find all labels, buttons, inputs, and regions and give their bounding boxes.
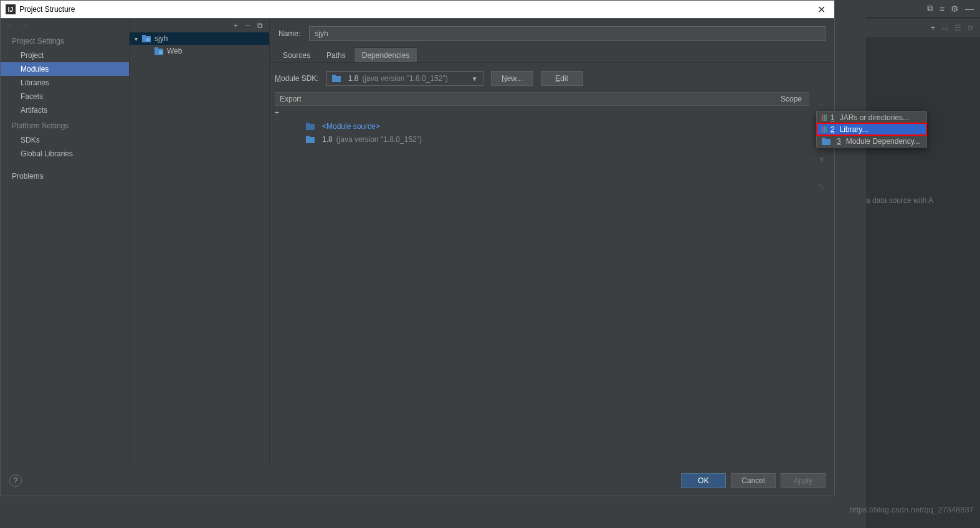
dialog-title: Project Structure	[19, 5, 814, 14]
dialog-footer: ? OK Cancel Apply	[1, 466, 834, 496]
help-button[interactable]: ?	[9, 474, 22, 487]
module-tree-panel: + − ⧉ ▾ sjyh Web	[130, 19, 270, 496]
ide-sub-toolbar: + ▭ ☰ ⟳	[866, 19, 980, 37]
svg-rect-4	[155, 47, 158, 50]
chevron-down-icon: ▼	[472, 75, 478, 82]
stack-icon[interactable]: ▭	[941, 24, 948, 32]
edit-sdk-button[interactable]: Edit	[541, 71, 583, 86]
svg-rect-2	[146, 38, 150, 41]
close-icon[interactable]: ✕	[814, 4, 829, 16]
move-down-icon[interactable]: ▼	[818, 155, 825, 164]
svg-point-5	[159, 50, 163, 54]
refresh-icon[interactable]: ⟳	[968, 24, 974, 32]
nav-forward-icon: →	[21, 21, 29, 31]
section-platform-settings: Platform Settings	[1, 117, 129, 133]
cancel-button[interactable]: Cancel	[731, 473, 776, 488]
projector-icon[interactable]: ⧉	[927, 3, 933, 14]
edit-dep-icon[interactable]: ✎	[818, 182, 825, 191]
nav-facets[interactable]: Facets	[1, 90, 129, 103]
svg-rect-9	[306, 123, 310, 125]
module-folder-icon	[142, 35, 151, 42]
tab-sources[interactable]: Sources	[275, 47, 318, 62]
nav-project[interactable]: Project	[1, 49, 129, 62]
dep-jdk[interactable]: 1.8 (java version "1.8.0_152")	[275, 133, 809, 146]
menu-icon[interactable]: ≡	[940, 4, 944, 14]
watermark-text: https://blog.csdn.net/qq_27348837	[850, 505, 974, 514]
popup-library[interactable]: 2 Library...	[817, 123, 926, 135]
dep-module-source[interactable]: <Module source>	[275, 120, 809, 133]
deps-table-header: Export Scope	[275, 92, 809, 106]
nav-artifacts[interactable]: Artifacts	[1, 103, 129, 117]
chevron-down-icon[interactable]: ▾	[135, 35, 142, 42]
tree-node-root[interactable]: ▾ sjyh	[130, 32, 269, 45]
tree-node-web[interactable]: Web	[130, 45, 269, 57]
deps-table[interactable]: <Module source> 1.8 (java version "1.8.0…	[275, 120, 809, 466]
nav-sdks[interactable]: SDKs	[1, 133, 129, 147]
project-structure-dialog: IJ Project Structure ✕ ← → Project Setti…	[0, 0, 835, 496]
ide-top-toolbar: ⧉ ≡ ⚙ —	[866, 0, 980, 17]
module-sdk-label: Module SDK:	[275, 74, 319, 83]
add-dependency-icon[interactable]: +	[275, 106, 809, 120]
jdk-folder-icon	[332, 75, 341, 82]
tree-node-label: sjyh	[155, 34, 168, 43]
svg-rect-7	[332, 75, 336, 77]
ide-background: ⧉ ≡ ⚙ — + ▭ ☰ ⟳ a data source with A	[866, 0, 980, 528]
remove-dep-icon[interactable]: −	[818, 100, 825, 109]
module-tabs: Sources Paths Dependencies	[270, 47, 834, 63]
tree-node-label: Web	[167, 47, 182, 55]
columns-icon[interactable]: ☰	[954, 24, 961, 32]
popup-jars[interactable]: 1 JARs or directories...	[817, 111, 926, 123]
name-label: Name:	[278, 29, 300, 38]
copy-module-icon[interactable]: ⧉	[257, 21, 263, 30]
empty-hint-text: a data source with A	[866, 196, 980, 205]
module-name-input[interactable]	[309, 26, 825, 41]
library-icon	[822, 126, 827, 133]
svg-rect-13	[822, 138, 825, 140]
module-editor: Name: Sources Paths Dependencies Module …	[270, 19, 834, 496]
nav-libraries[interactable]: Libraries	[1, 76, 129, 90]
dialog-titlebar: IJ Project Structure ✕	[1, 1, 834, 19]
add-dependency-popup: 1 JARs or directories... 2 Library... 3 …	[816, 111, 927, 148]
module-folder-icon	[822, 138, 829, 145]
nav-problems[interactable]: Problems	[1, 169, 129, 183]
web-folder-icon	[155, 47, 163, 55]
add-module-icon[interactable]: +	[234, 21, 238, 30]
tab-dependencies[interactable]: Dependencies	[354, 47, 418, 62]
module-sdk-combo[interactable]: 1.8 (java version "1.8.0_152") ▼	[326, 71, 483, 86]
section-project-settings: Project Settings	[1, 32, 129, 49]
svg-rect-11	[306, 136, 310, 138]
new-sdk-button[interactable]: New...	[491, 71, 533, 86]
library-icon	[822, 115, 827, 121]
jdk-folder-icon	[306, 136, 315, 143]
nav-global-libraries[interactable]: Global Libraries	[1, 147, 129, 161]
svg-rect-1	[142, 35, 146, 37]
nav-back-icon: ←	[6, 21, 14, 31]
gear-icon[interactable]: ⚙	[951, 4, 959, 14]
minimize-toolwindow-icon[interactable]: —	[965, 4, 974, 14]
tab-paths[interactable]: Paths	[318, 47, 354, 62]
column-export: Export	[275, 95, 766, 103]
settings-sidebar: ← → Project Settings Project Modules Lib…	[1, 19, 130, 496]
column-scope: Scope	[766, 95, 809, 103]
apply-button[interactable]: Apply	[781, 473, 825, 488]
add-icon[interactable]: +	[931, 24, 935, 32]
remove-module-icon[interactable]: −	[245, 21, 250, 30]
intellij-icon: IJ	[6, 4, 16, 14]
ok-button[interactable]: OK	[681, 473, 726, 488]
nav-modules[interactable]: Modules	[1, 62, 129, 76]
popup-module-dep[interactable]: 3 Module Dependency...	[817, 135, 926, 147]
source-folder-icon	[306, 123, 315, 130]
